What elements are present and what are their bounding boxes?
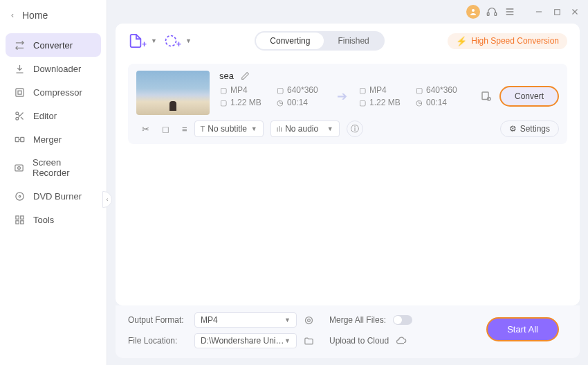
sidebar-item-label: Editor [33,111,57,121]
svg-rect-12 [20,220,23,223]
converter-icon [14,39,25,51]
src-resolution: ▢640*360 [276,85,326,95]
chevron-down-icon: ▼ [284,317,291,323]
sidebar-item-label: Downloader [33,64,81,74]
resolution-icon: ▢ [415,86,423,94]
dst-size: ▢1.22 MB [358,98,408,107]
clock-icon: ◷ [276,98,284,107]
tab-finished[interactable]: Finished [324,33,383,49]
hsc-text: High Speed Conversion [471,36,559,46]
sidebar-item-label: DVD Burner [33,191,82,202]
file-location-select[interactable]: D:\Wondershare UniConverter 1 ▼ [194,333,297,348]
svg-rect-4 [20,137,24,141]
grid-icon [14,214,25,225]
content-card: + ▼ + ▼ Converting Finished ⚡ High Speed… [116,24,580,305]
main-area: + ▼ + ▼ Converting Finished ⚡ High Speed… [107,0,588,365]
start-all-button[interactable]: Start All [486,317,559,341]
high-speed-badge[interactable]: ⚡ High Speed Conversion [448,33,567,49]
sidebar-item-tools[interactable]: Tools [6,208,101,231]
output-format-select[interactable]: MP4 ▼ [194,312,297,328]
disc-icon [14,190,25,202]
bottom-bar: Output Format: MP4 ▼ Merge All Files: Fi… [116,305,580,358]
settings-button[interactable]: ⚙ Settings [500,121,559,137]
svg-point-6 [18,166,21,169]
svg-point-20 [306,317,313,323]
close-icon[interactable] [569,6,581,18]
video-thumbnail[interactable] [136,71,210,115]
trim-icon[interactable]: ✂ [142,124,149,134]
svg-rect-14 [487,12,489,15]
svg-point-21 [308,319,311,321]
svg-rect-10 [20,215,23,218]
compress-icon [14,87,25,98]
effects-icon[interactable]: ≡ [182,124,187,134]
menu-icon[interactable] [504,6,516,18]
audio-icon: ılı [277,125,283,133]
sidebar: ‹ Home Converter Downloader Compressor E… [0,0,107,365]
headset-icon[interactable] [486,6,498,18]
file-icon: ▢ [219,98,228,107]
home-nav[interactable]: ‹ Home [0,0,107,30]
merge-toggle[interactable] [393,315,412,325]
file-location-label: File Location: [128,336,187,346]
src-size: ▢1.22 MB [219,98,269,107]
tab-converting[interactable]: Converting [256,33,324,49]
cloud-icon[interactable] [396,335,407,346]
merge-label: Merge All Files: [329,315,386,325]
sidebar-item-label: Screen Recorder [33,157,93,178]
sidebar-item-dvd-burner[interactable]: DVD Burner [6,184,101,208]
sidebar-item-downloader[interactable]: Downloader [6,57,101,80]
sidebar-item-merger[interactable]: Merger [6,127,101,151]
svg-rect-15 [495,12,497,15]
chevron-down-icon: ▼ [251,125,257,132]
svg-point-1 [15,112,18,114]
titlebar [107,0,588,24]
svg-point-7 [15,192,23,199]
merge-icon [14,134,25,145]
minimize-icon[interactable] [533,6,545,18]
folder-icon[interactable] [304,336,314,346]
crop-icon[interactable]: ◻ [162,124,169,134]
sidebar-item-label: Compressor [33,87,82,98]
record-icon [14,162,24,173]
file-name: sea [219,71,234,81]
sidebar-item-label: Tools [33,215,54,225]
svg-rect-3 [15,137,19,141]
add-file-button[interactable]: + ▼ [128,33,157,48]
file-icon: ▢ [358,98,367,107]
subtitle-icon: T [201,125,205,133]
add-url-button[interactable]: + ▼ [164,34,192,48]
scissors-icon [14,110,25,121]
sidebar-item-screen-recorder[interactable]: Screen Recorder [6,151,101,184]
svg-rect-11 [15,220,18,223]
audio-select[interactable]: ılı No audio ▼ [270,121,340,137]
home-label: Home [22,10,48,21]
svg-point-8 [19,195,21,197]
svg-point-17 [165,36,176,46]
src-duration: ◷00:14 [276,98,326,107]
info-button[interactable]: ⓘ [347,121,363,137]
user-avatar-icon[interactable] [466,5,480,19]
edit-icon[interactable] [241,71,250,80]
clock-icon: ◷ [415,98,423,107]
convert-button[interactable]: Convert [499,86,559,107]
subtitle-select[interactable]: T No subtitle ▼ [194,121,264,137]
video-icon: ▢ [219,86,228,94]
toolbar: + ▼ + ▼ Converting Finished ⚡ High Speed… [116,24,580,58]
svg-rect-0 [15,88,23,96]
output-format-label: Output Format: [128,315,187,325]
target-icon[interactable] [304,315,314,326]
file-row: sea ▢MP4 ▢1.22 MB ▢640*360 ◷00:14 [128,64,567,144]
dst-resolution: ▢640*360 [415,85,465,95]
sidebar-item-label: Converter [33,40,73,51]
sidebar-item-editor[interactable]: Editor [6,104,101,127]
svg-rect-5 [15,165,23,171]
maximize-icon[interactable] [551,6,563,18]
dst-duration: ◷00:14 [415,98,465,107]
sidebar-item-compressor[interactable]: Compressor [6,80,101,104]
sidebar-item-converter[interactable]: Converter [6,33,101,57]
output-settings-icon[interactable] [480,90,493,103]
arrow-icon: ➔ [333,89,351,104]
chevron-down-icon: ▼ [284,337,291,344]
download-icon [14,63,25,74]
